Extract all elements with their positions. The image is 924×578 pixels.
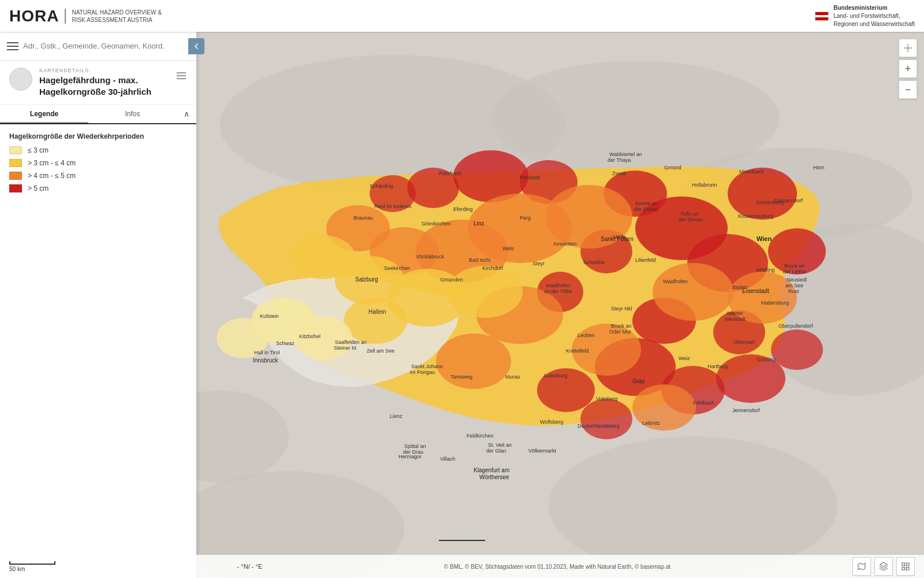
svg-text:Lienz: Lienz <box>390 413 403 419</box>
svg-rect-142 <box>906 563 909 566</box>
bottom-map-button[interactable] <box>852 557 871 576</box>
svg-text:der Donau: der Donau <box>634 206 658 212</box>
header-subtitle: NATURAL HAZARD OVERVIEW & RISK ASSESSMEN… <box>65 9 161 24</box>
svg-text:Ried im Innkreis: Ried im Innkreis <box>374 203 412 209</box>
svg-text:Jennersdorf: Jennersdorf <box>732 407 760 413</box>
svg-text:Spittal an: Spittal an <box>404 443 426 449</box>
svg-point-20 <box>580 399 632 439</box>
svg-text:Judenburg: Judenburg <box>543 373 568 379</box>
zoom-out-button[interactable]: − <box>899 80 917 99</box>
svg-text:Tamsweg: Tamsweg <box>450 374 472 380</box>
svg-text:Voitsberg: Voitsberg <box>596 396 618 402</box>
svg-text:Mödling: Mödling <box>757 267 775 273</box>
zoom-in-button[interactable]: + <box>899 60 917 78</box>
ministry-name: Bundesministerium <box>833 5 887 11</box>
sidebar-collapse-button[interactable] <box>188 38 204 54</box>
svg-text:am See: am See <box>785 283 803 288</box>
svg-text:Scheibbs: Scheibbs <box>583 260 605 265</box>
svg-text:Waidhofen: Waidhofen <box>663 279 688 284</box>
svg-text:Tulln an: Tulln an <box>680 211 699 217</box>
svg-text:Braunau: Braunau <box>353 215 373 221</box>
svg-text:Hallein: Hallein <box>368 309 386 315</box>
svg-text:Vöcklabruck: Vöcklabruck <box>416 254 445 260</box>
svg-text:Hermagor: Hermagor <box>398 454 422 460</box>
bottom-layers-button[interactable] <box>874 557 893 576</box>
svg-text:der Leitha: der Leitha <box>783 269 806 275</box>
svg-text:Murau: Murau <box>505 374 520 380</box>
svg-text:der Thaya: der Thaya <box>608 157 631 163</box>
svg-text:Salzburg: Salzburg <box>355 276 378 283</box>
svg-text:Freistadt: Freistadt <box>520 175 541 180</box>
svg-text:Linz: Linz <box>474 220 484 227</box>
svg-text:Wien: Wien <box>757 235 772 242</box>
svg-text:Völkermarkt: Völkermarkt <box>528 448 557 454</box>
map-container[interactable]: Wien Linz Salzburg Innsbruck Graz Klagen… <box>0 32 924 578</box>
tab-legende[interactable]: Legende <box>0 105 88 124</box>
svg-text:Hartberg: Hartberg <box>707 364 728 369</box>
collapse-legend-button[interactable]: ∧ <box>177 105 196 123</box>
svg-text:Oberwart: Oberwart <box>733 339 755 345</box>
svg-text:Zell am See: Zell am See <box>367 348 394 354</box>
svg-text:Eferding: Eferding <box>453 206 473 212</box>
legend-content: Hagelkorngröße der Wiederkehrperioden ≤ … <box>0 124 196 205</box>
svg-text:Kufstein: Kufstein <box>260 313 279 319</box>
search-input[interactable] <box>23 42 189 50</box>
legend-tabs: Legende Infos ∧ <box>0 105 196 124</box>
svg-point-9 <box>728 168 797 220</box>
svg-text:der Donau: der Donau <box>679 217 703 223</box>
svg-text:Gmunden: Gmunden <box>440 277 463 283</box>
svg-rect-143 <box>902 567 905 570</box>
map-details: KARTENDETAILS Hagelgefährdung - max. Hag… <box>0 61 196 105</box>
legend-swatch <box>9 159 22 167</box>
svg-text:Wiener: Wiener <box>726 310 743 316</box>
svg-text:Sankt Johann: Sankt Johann <box>411 364 443 369</box>
svg-text:Neustadt: Neustadt <box>725 316 746 322</box>
svg-text:Bruck an: Bruck an <box>784 263 805 269</box>
legend-items: ≤ 3 cm> 3 cm - ≤ 4 cm> 4 cm - ≤ 5 cm> 5 … <box>9 146 187 192</box>
tab-infos[interactable]: Infos <box>88 105 177 123</box>
map-detail-content: KARTENDETAILS Hagelgefährdung - max. Hag… <box>39 68 169 97</box>
svg-text:Waidhofen: Waidhofen <box>546 283 571 288</box>
legend-title: Hagelkorngröße der Wiederkehrperioden <box>9 132 187 140</box>
sidebar: KARTENDETAILS Hagelgefährdung - max. Hag… <box>0 32 196 578</box>
svg-text:der Glan: der Glan <box>486 448 506 454</box>
svg-text:Neusiedl: Neusiedl <box>787 277 807 283</box>
svg-text:Leoben: Leoben <box>578 332 595 338</box>
svg-point-140 <box>907 47 909 49</box>
svg-text:Klosterneuburg: Klosterneuburg <box>738 213 773 219</box>
locate-button[interactable] <box>899 39 917 57</box>
svg-text:Rohrbach: Rohrbach <box>439 171 461 176</box>
svg-text:Innsbruck: Innsbruck <box>253 357 278 364</box>
hamburger-menu[interactable] <box>7 42 18 50</box>
ministry-dept2: Regionen und Wasserwirtschaft <box>833 21 915 27</box>
bottom-grid-button[interactable] <box>896 557 915 576</box>
svg-text:Seekirchen: Seekirchen <box>384 265 410 271</box>
svg-text:Grieskirchen: Grieskirchen <box>422 221 451 227</box>
legend-item: > 5 cm <box>9 184 187 192</box>
legend-item: > 4 cm - ≤ 5 cm <box>9 172 187 180</box>
legend-swatch <box>9 146 22 154</box>
svg-text:Melk: Melk <box>613 234 625 240</box>
svg-text:Mattersburg: Mattersburg <box>761 300 789 306</box>
map-layers-button[interactable] <box>176 70 187 83</box>
header-left: HORA NATURAL HAZARD OVERVIEW & RISK ASSE… <box>9 7 162 25</box>
svg-text:Gänserndorf: Gänserndorf <box>774 198 803 203</box>
legend-swatch <box>9 184 22 192</box>
svg-text:Mistelbach: Mistelbach <box>739 169 764 175</box>
svg-text:Krems an: Krems an <box>635 201 658 206</box>
zoom-out-label: − <box>905 84 911 95</box>
svg-text:Kirchdorf: Kirchdorf <box>482 265 504 271</box>
svg-point-40 <box>292 235 355 279</box>
svg-point-33 <box>436 334 511 389</box>
svg-text:Klagenfurt am: Klagenfurt am <box>474 467 509 473</box>
svg-point-5 <box>549 436 837 575</box>
map-title: Hagelgefährdung - max. Hagelkorngröße 30… <box>39 75 169 97</box>
legend-item-label: ≤ 3 cm <box>28 146 49 154</box>
subtitle-line2: RISK ASSESSMENT AUSTRIA <box>72 17 152 23</box>
svg-text:Deutschlandsberg: Deutschlandsberg <box>578 423 620 429</box>
svg-text:Villach: Villach <box>440 456 455 462</box>
kartendetails-label: KARTENDETAILS <box>39 68 169 73</box>
legend-swatch <box>9 172 22 180</box>
zoom-in-label: + <box>905 64 911 74</box>
svg-text:St. Veit an: St. Veit an <box>488 442 512 448</box>
